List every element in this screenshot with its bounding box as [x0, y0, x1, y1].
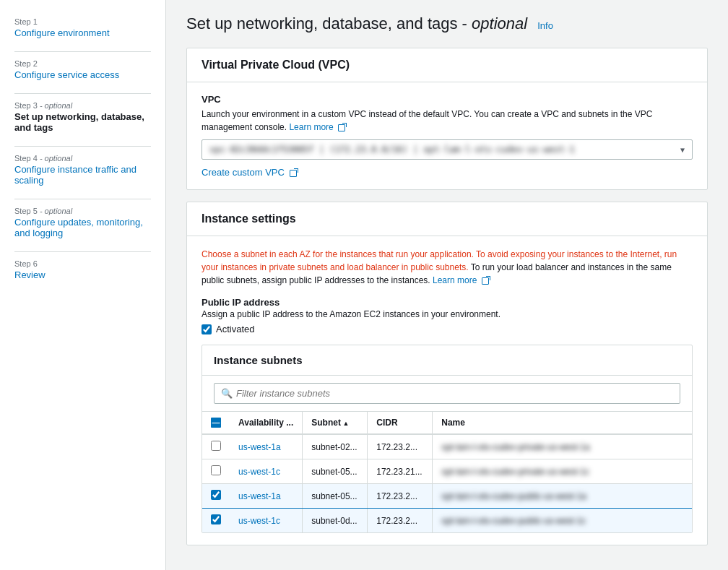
row-select-checkbox[interactable]	[211, 441, 221, 451]
filter-input-wrap: 🔍	[214, 383, 680, 404]
vpc-field-description: Launch your environment in a custom VPC …	[202, 108, 693, 134]
table-row: us-west-1c subnet-05... 172.23.21... opt…	[202, 459, 692, 484]
activated-checkbox-row: Activated	[202, 324, 693, 334]
row-az: us-west-1c	[230, 459, 303, 484]
row-subnet: subnet-05...	[303, 459, 368, 484]
row-subnet: subnet-0d...	[303, 509, 368, 533]
activated-label: Activated	[216, 324, 254, 334]
row-select-checkbox[interactable]	[211, 465, 221, 475]
th-name: Name	[433, 412, 692, 434]
subnets-title: Instance subnets	[214, 354, 680, 366]
external-link-icon-2	[290, 170, 297, 177]
row-checkbox-cell[interactable]	[202, 484, 230, 509]
row-select-checkbox[interactable]	[211, 514, 221, 524]
sidebar-step-4: Step 4 - optional Configure instance tra…	[14, 154, 151, 186]
sidebar-step-1-label: Step 1	[14, 17, 151, 26]
vpc-learn-more-link[interactable]: Learn more	[289, 122, 345, 132]
sidebar-step-5-optional: - optional	[40, 207, 72, 215]
row-az: us-west-1a	[230, 434, 303, 459]
row-subnet: subnet-05...	[303, 484, 368, 509]
row-checkbox-cell[interactable]	[202, 509, 230, 533]
subnets-header: Instance subnets	[202, 345, 692, 376]
instance-section-title: Instance settings	[202, 212, 693, 225]
sidebar-step-2: Step 2 Configure service access	[14, 59, 151, 80]
row-cidr: 172.23.2...	[368, 434, 433, 459]
subnets-tbody: us-west-1a subnet-02... 172.23.2... opt-…	[202, 434, 692, 532]
vpc-section-title: Virtual Private Cloud (VPC)	[202, 59, 693, 72]
public-ip-label: Public IP address	[202, 297, 693, 308]
vpc-section-body: VPC Launch your environment in a custom …	[187, 82, 707, 189]
row-subnet: subnet-02...	[303, 434, 368, 459]
sidebar-step-2-label: Step 2	[14, 59, 151, 68]
subnets-table: — Availability ... Subnet CIDR Name u	[202, 412, 692, 532]
page-title: Set up networking, database, and tags - …	[186, 14, 708, 33]
vpc-dropdown-value: vpc-02c30ddc1f53085f | (172.23.0.0/16) |…	[209, 144, 675, 155]
th-subnet[interactable]: Subnet	[303, 412, 368, 434]
sidebar-step-4-optional: - optional	[40, 154, 72, 163]
sidebar-divider-1	[14, 51, 151, 52]
sidebar-divider-2	[14, 93, 151, 94]
row-name: opt-lam-l-ots-cudev-private-us-west-1a	[433, 434, 692, 459]
instance-learn-more-link[interactable]: Learn more	[433, 275, 489, 285]
sidebar-step-3-label: Step 3 - optional	[14, 101, 151, 110]
sidebar-step-1: Step 1 Configure environment	[14, 17, 151, 38]
info-link[interactable]: Info	[537, 20, 553, 31]
row-name: opt-lam-l-ots-cudev-public-us-west-1c	[433, 509, 692, 533]
sidebar-step-6: Step 6 Review	[14, 259, 151, 280]
th-availability-zone: Availability ...	[230, 412, 303, 434]
sidebar-step-5-link[interactable]: Configure updates, monitoring, and loggi…	[14, 217, 143, 238]
row-name: opt-lam-l-ots-cudev-public-us-west-1a	[433, 484, 692, 509]
public-ip-desc: Assign a public IP address to the Amazon…	[202, 309, 693, 319]
sidebar-step-4-label: Step 4 - optional	[14, 154, 151, 163]
table-row: us-west-1a subnet-02... 172.23.2... opt-…	[202, 434, 692, 459]
external-link-icon	[338, 124, 345, 131]
activated-checkbox[interactable]	[202, 324, 212, 334]
instance-description: Choose a subnet in each AZ for the insta…	[202, 248, 693, 287]
vpc-section: Virtual Private Cloud (VPC) VPC Launch y…	[186, 48, 708, 190]
subnets-container: Instance subnets 🔍 —	[202, 345, 693, 533]
select-all-checkbox-icon: —	[211, 418, 221, 428]
main-content: Set up networking, database, and tags - …	[166, 0, 728, 570]
subnet-filter-input[interactable]	[214, 383, 680, 404]
create-vpc-link[interactable]: Create custom VPC	[202, 167, 693, 178]
sidebar-step-5-label: Step 5 - optional	[14, 207, 151, 215]
sidebar-divider-3	[14, 146, 151, 147]
chevron-down-icon: ▼	[680, 146, 685, 154]
row-select-checkbox[interactable]	[211, 490, 221, 500]
row-name: opt-lam-l-ots-cudev-private-us-west-1c	[433, 459, 692, 484]
sidebar-step-4-link[interactable]: Configure instance traffic and scaling	[14, 164, 136, 186]
row-checkbox-cell[interactable]	[202, 434, 230, 459]
instance-section-header: Instance settings	[187, 202, 707, 236]
row-cidr: 172.23.21...	[368, 459, 433, 484]
th-select-all[interactable]: —	[202, 412, 230, 434]
sidebar-divider-5	[14, 251, 151, 252]
external-link-icon-3	[482, 277, 489, 285]
sidebar-step-6-label: Step 6	[14, 259, 151, 268]
sidebar-step-6-link[interactable]: Review	[14, 269, 46, 280]
table-header-row: — Availability ... Subnet CIDR Name	[202, 412, 692, 434]
sidebar-step-3: Step 3 - optional Set up networking, dat…	[14, 101, 151, 133]
table-row: us-west-1a subnet-05... 172.23.2... opt-…	[202, 484, 692, 509]
subnets-filter: 🔍	[202, 376, 692, 412]
vpc-section-header: Virtual Private Cloud (VPC)	[187, 48, 707, 82]
sidebar-step-3-active-text: Set up networking, database, and tags	[14, 111, 151, 133]
instance-settings-section: Instance settings Choose a subnet in eac…	[186, 202, 708, 545]
row-cidr: 172.23.2...	[368, 509, 433, 533]
vpc-field-label: VPC	[202, 94, 693, 105]
table-row: us-west-1c subnet-0d... 172.23.2... opt-…	[202, 509, 692, 533]
th-cidr: CIDR	[368, 412, 433, 434]
sidebar-step-2-link[interactable]: Configure service access	[14, 69, 119, 80]
sidebar: Step 1 Configure environment Step 2 Conf…	[0, 0, 166, 570]
sidebar-step-3-optional: - optional	[40, 101, 72, 110]
sidebar-step-5: Step 5 - optional Configure updates, mon…	[14, 207, 151, 238]
row-cidr: 172.23.2...	[368, 484, 433, 509]
row-az: us-west-1c	[230, 509, 303, 533]
row-az: us-west-1a	[230, 484, 303, 509]
sidebar-step-1-link[interactable]: Configure environment	[14, 27, 110, 38]
vpc-dropdown[interactable]: vpc-02c30ddc1f53085f | (172.23.0.0/16) |…	[202, 139, 693, 160]
instance-section-body: Choose a subnet in each AZ for the insta…	[187, 236, 707, 545]
search-icon: 🔍	[221, 388, 233, 399]
row-checkbox-cell[interactable]	[202, 459, 230, 484]
sidebar-divider-4	[14, 199, 151, 199]
